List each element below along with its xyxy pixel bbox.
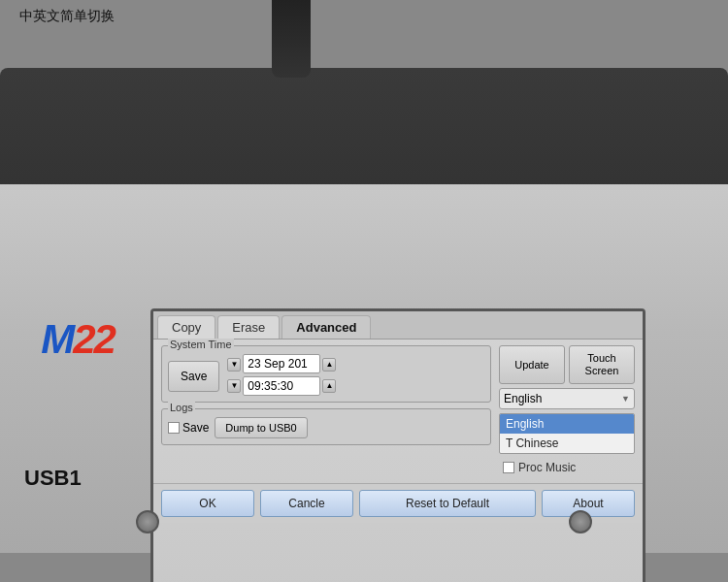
language-dropdown-list: English T Chinese <box>499 413 635 454</box>
screw-right <box>569 510 592 534</box>
cancel-button[interactable]: Cancle <box>260 490 353 517</box>
tab-bar: Copy Erase Advanced <box>153 311 643 340</box>
right-column: Update TouchScreen English ▼ English T C… <box>499 345 635 477</box>
dump-button[interactable]: Dump to USB0 <box>215 417 307 438</box>
logs-save-checkbox[interactable] <box>168 422 180 434</box>
update-button[interactable]: Update <box>499 345 565 384</box>
language-option-tchinese[interactable]: T Chinese <box>500 434 634 453</box>
language-dropdown[interactable]: English ▼ <box>499 388 635 409</box>
screw-left <box>136 510 159 534</box>
device-body: M 22 USB1 Copy Erase Advanced System Tim… <box>0 68 728 553</box>
logs-row: Save Dump to USB0 <box>168 417 484 438</box>
date-field-row: ▼ 23 Sep 201 ▲ <box>227 354 336 374</box>
proc-music-checkbox[interactable] <box>503 462 514 473</box>
logo-area: M 22 <box>19 310 136 369</box>
logs-label: Logs <box>168 402 195 413</box>
time-display: 09:35:30 <box>243 376 320 396</box>
reset-button[interactable]: Reset to Default <box>359 490 536 517</box>
touch-screen-button[interactable]: TouchScreen <box>569 345 635 384</box>
logs-save-label: Save <box>182 421 209 435</box>
proc-music-label: Proc Music <box>518 461 576 474</box>
time-row: Save ▼ 23 Sep 201 ▲ ▼ 09:35:30 <box>168 354 484 396</box>
tab-erase[interactable]: Erase <box>217 315 280 339</box>
date-up-arrow[interactable]: ▲ <box>322 358 336 372</box>
time-field-row: ▼ 09:35:30 ▲ <box>227 376 336 396</box>
date-display: 23 Sep 201 <box>243 354 320 373</box>
logs-group: Logs Save Dump to USB0 <box>161 408 491 445</box>
usb1-label: USB1 <box>24 466 82 491</box>
silver-panel: M 22 USB1 Copy Erase Advanced System Tim… <box>0 184 728 553</box>
language-option-english[interactable]: English <box>500 414 634 434</box>
save-time-button[interactable]: Save <box>168 361 219 392</box>
annotation-text: 中英文简单切换 <box>19 8 115 25</box>
screen-content: System Time Save ▼ 23 Sep 201 ▲ ▼ <box>153 340 643 483</box>
time-controls: ▼ 23 Sep 201 ▲ ▼ 09:35:30 ▲ <box>227 354 336 396</box>
logo-22: 22 <box>73 316 115 363</box>
screen: Copy Erase Advanced System Time Save <box>150 308 645 582</box>
date-down-arrow[interactable]: ▼ <box>227 358 241 372</box>
language-selected-value: English <box>504 392 542 405</box>
ok-button[interactable]: OK <box>161 490 254 517</box>
proc-music-row: Proc Music <box>499 458 635 477</box>
tab-copy[interactable]: Copy <box>157 315 215 339</box>
time-up-arrow[interactable]: ▲ <box>322 379 336 393</box>
system-time-label: System Time <box>168 339 234 350</box>
left-column: System Time Save ▼ 23 Sep 201 ▲ ▼ <box>161 345 491 477</box>
tab-advanced[interactable]: Advanced <box>281 315 371 339</box>
system-time-group: System Time Save ▼ 23 Sep 201 ▲ ▼ <box>161 345 491 403</box>
time-down-arrow[interactable]: ▼ <box>227 379 241 393</box>
logo-m: M <box>41 316 73 363</box>
dropdown-arrow-icon: ▼ <box>621 394 630 404</box>
logs-save-checkbox-wrapper: Save <box>168 421 209 435</box>
cable <box>272 0 311 78</box>
right-top-buttons: Update TouchScreen <box>499 345 635 384</box>
